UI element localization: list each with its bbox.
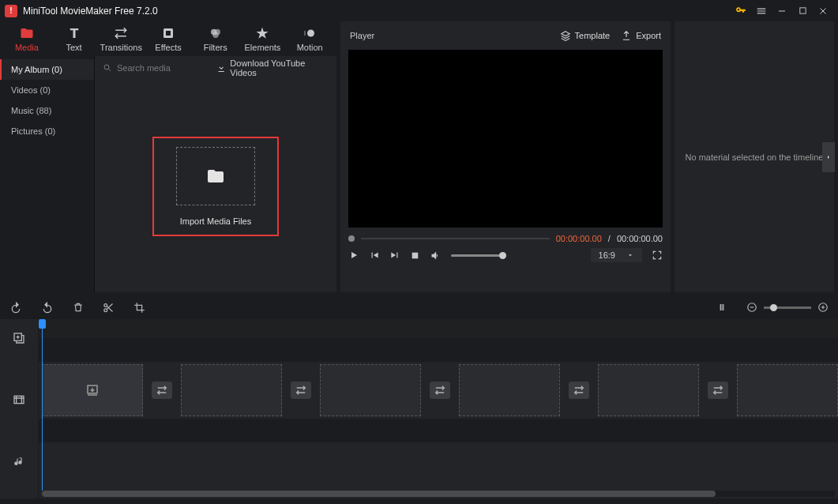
sidebar-item-pictures[interactable]: Pictures (0) [0,121,94,141]
aspect-ratio-select[interactable]: 16:9 [591,248,642,262]
svg-point-6 [212,32,219,38]
search-icon [103,63,112,73]
prev-frame-button[interactable] [369,250,380,261]
redo-button[interactable] [41,301,54,314]
svg-rect-0 [779,10,785,11]
sidebar-item-myalbum[interactable]: My Album (0) [0,59,94,80]
video-track-icon [0,381,38,419]
search-input[interactable] [117,63,212,73]
keyframe-icon[interactable] [716,302,727,313]
progress-bar[interactable] [361,238,550,239]
minimize-button[interactable] [772,0,792,21]
clip-slot[interactable] [459,364,560,416]
svg-point-7 [307,29,314,36]
menu-icon[interactable] [751,0,772,21]
clip-slot[interactable] [320,364,421,416]
clip-slot[interactable] [598,364,699,416]
time-total: 00:00:00.00 [617,234,663,243]
clip-slot[interactable] [737,364,838,416]
download-youtube-button[interactable]: Download YouTube Videos [216,58,329,77]
tab-motion[interactable]: Motion [286,21,333,56]
tab-media[interactable]: Media [3,21,51,56]
player-label: Player [350,31,374,40]
properties-panel: No material selected on the timeline [675,21,834,292]
zoom-in-button[interactable] [817,302,829,313]
playhead[interactable] [42,319,43,491]
timeline-scrollbar[interactable] [42,491,835,497]
library-sidebar: My Album (0) Videos (0) Music (88) Pictu… [0,56,95,292]
clip-slot[interactable] [42,364,143,416]
svg-rect-9 [412,252,419,258]
clip-slot[interactable] [181,364,282,416]
stop-button[interactable] [410,250,420,261]
maximize-button[interactable] [792,0,813,21]
fullscreen-button[interactable] [652,250,663,261]
svg-point-11 [104,308,107,311]
play-button[interactable] [348,250,359,261]
svg-rect-15 [14,396,24,403]
zoom-slider[interactable] [764,307,811,309]
undo-button[interactable] [9,301,22,314]
audio-track-icon [0,442,38,480]
split-button[interactable] [103,302,115,314]
import-media-label: Import Media Files [180,216,251,226]
svg-point-10 [104,303,107,307]
app-logo: ! [5,5,17,17]
properties-empty-text: No material selected on the timeline [686,152,824,162]
next-frame-button[interactable] [389,250,400,261]
tab-elements[interactable]: Elements [239,21,287,56]
sidebar-item-videos[interactable]: Videos (0) [0,80,94,100]
transition-slot[interactable] [569,382,589,399]
window-title: MiniTool MovieMaker Free 7.2.0 [23,6,158,17]
time-current: 00:00:00.00 [556,234,602,243]
svg-point-8 [104,65,109,70]
tab-text[interactable]: Text [51,21,98,56]
transition-slot[interactable] [291,382,311,399]
progress-handle[interactable] [348,235,355,242]
tab-effects[interactable]: Effects [145,21,192,56]
import-media-button[interactable]: Import Media Files [152,137,279,236]
audio-track[interactable] [39,442,838,485]
add-track-button[interactable] [0,319,38,357]
svg-rect-3 [166,31,171,36]
sidebar-item-music[interactable]: Music (88) [0,100,94,121]
video-track[interactable] [39,362,838,419]
svg-rect-1 [799,8,805,13]
main-toolbar: Media Text Transitions Effects Filters E… [0,21,336,56]
tab-filters[interactable]: Filters [192,21,239,56]
volume-slider[interactable] [451,254,506,257]
video-preview[interactable] [348,50,663,228]
panel-collapse-button[interactable] [822,142,835,172]
upgrade-key-icon[interactable] [731,0,751,21]
transition-slot[interactable] [708,382,728,399]
zoom-out-button[interactable] [746,302,757,313]
template-button[interactable]: Template [560,30,611,41]
timeline-ruler[interactable] [39,319,838,338]
transition-slot[interactable] [152,382,172,399]
close-button[interactable] [813,0,833,21]
delete-button[interactable] [73,302,84,313]
transition-slot[interactable] [430,382,450,399]
volume-button[interactable] [430,250,442,261]
crop-button[interactable] [133,302,145,314]
folder-icon [206,167,225,186]
export-button[interactable]: Export [621,30,661,41]
tab-transitions[interactable]: Transitions [97,21,145,56]
